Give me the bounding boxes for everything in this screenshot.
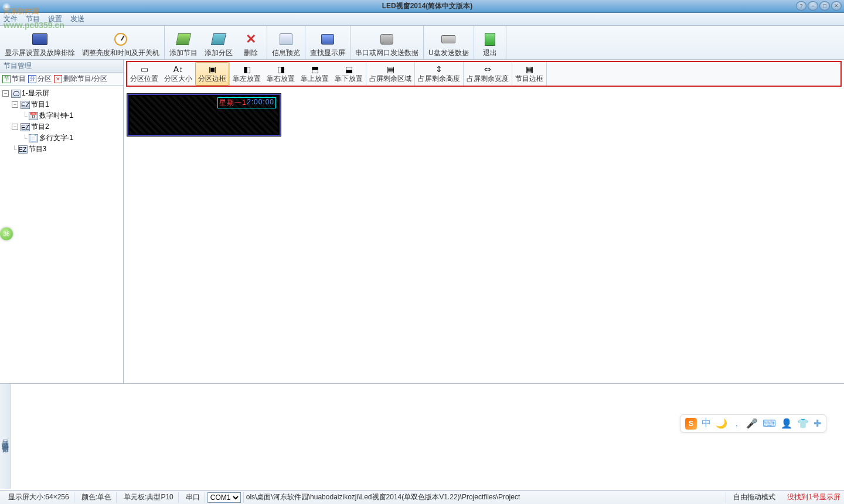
help-button[interactable]: ? xyxy=(796,1,806,11)
tree-toggle-icon[interactable]: − xyxy=(12,124,18,130)
tree-node[interactable]: −EZ节目2 xyxy=(1,121,122,132)
sec-btn-7[interactable]: ▤占屏剩余区域 xyxy=(366,62,414,86)
sec-icon: ▣ xyxy=(207,64,217,74)
sec-btn-1[interactable]: A↕分区大小 xyxy=(161,62,195,86)
ime-logo-icon: S xyxy=(685,418,697,430)
program-icon: 节 xyxy=(2,75,11,83)
ime-punct-icon[interactable]: ， xyxy=(732,417,741,430)
sec-btn-5[interactable]: ⬒靠上放置 xyxy=(298,62,332,86)
toolbar-add-partition[interactable]: 添加分区 xyxy=(201,26,236,59)
menu-file[interactable]: 文件 xyxy=(4,14,18,24)
menu-send[interactable]: 发送 xyxy=(70,14,84,24)
ime-tool-icon[interactable]: ✚ xyxy=(814,418,821,429)
delete-icon: ✕ xyxy=(243,31,259,47)
sec-icon: ⇕ xyxy=(434,64,444,74)
sec-btn-10[interactable]: ▦节目边框 xyxy=(512,62,546,86)
com-port-select[interactable]: COM1 xyxy=(207,492,241,503)
toolbar-brightness-time[interactable]: 调整亮度和时间及开关机 xyxy=(79,26,163,59)
menu-program[interactable]: 节目 xyxy=(26,14,40,24)
sec-btn-2[interactable]: ▣分区边框 xyxy=(195,62,229,86)
sec-btn-6[interactable]: ⬓靠下放置 xyxy=(332,62,366,86)
ime-toolbar[interactable]: S 中 🌙 ， 🎤 ⌨ 👤 👕 ✚ xyxy=(680,414,826,433)
menubar: 文件 节目 设置 发送 xyxy=(0,13,844,26)
window-title: LED视窗2014(简体中文版本) xyxy=(13,1,842,11)
ime-moon-icon[interactable]: 🌙 xyxy=(716,418,727,429)
exit-icon xyxy=(482,31,498,47)
right-panel: ▭分区位置A↕分区大小▣分区边框◧靠左放置◨靠右放置⬒靠上放置⬓靠下放置▤占屏剩… xyxy=(124,60,844,383)
tree-node[interactable]: └📄多行文字-1 xyxy=(1,132,122,144)
toolbar-exit[interactable]: 退出 xyxy=(475,26,505,59)
preview-canvas[interactable]: 星期一12:00:00 xyxy=(124,90,844,383)
toolbar-add-program[interactable]: 添加节目 xyxy=(166,26,201,59)
clock-zone[interactable]: 星期一12:00:00 xyxy=(217,97,276,108)
toolbar-usb-send[interactable]: U盘发送数据 xyxy=(425,26,472,59)
titlebar: LED视窗2014(简体中文版本) ? − □ ✕ xyxy=(0,0,844,13)
add-partition-icon xyxy=(210,31,227,47)
usb-icon xyxy=(440,31,457,47)
monitor-icon xyxy=(319,31,336,47)
status-error: 没找到1号显示屏 xyxy=(782,492,840,502)
sec-icon: ⬓ xyxy=(343,64,354,74)
tree-node[interactable]: −EZ节目1 xyxy=(1,99,122,110)
node-icon: 🖵 xyxy=(11,90,21,98)
node-icon: 📄 xyxy=(29,134,38,142)
sec-btn-3[interactable]: ◧靠左放置 xyxy=(230,62,264,86)
toolbar-serial-send[interactable]: 串口或网口发送数据 xyxy=(352,26,422,59)
tree-btn-partition[interactable]: 分 分区 xyxy=(28,74,52,84)
network-icon xyxy=(379,31,395,47)
preview-icon xyxy=(278,31,294,47)
partition-icon: 分 xyxy=(28,75,36,83)
tree-node[interactable]: −🖵1-显示屏 xyxy=(1,88,122,99)
ime-keyboard-icon[interactable]: ⌨ xyxy=(763,418,776,429)
node-icon: EZ xyxy=(21,101,30,109)
sec-label: 占屏剩余区域 xyxy=(369,74,411,84)
sec-label: 节目边框 xyxy=(515,74,543,84)
left-panel: 节目管理 节 节目 分 分区 ✕ 删除节目/分区 −🖵1-显示屏−EZ节目1└📅… xyxy=(0,60,124,383)
add-program-icon xyxy=(175,31,192,47)
sec-btn-0[interactable]: ▭分区位置 xyxy=(127,62,161,86)
app-icon xyxy=(2,2,11,11)
toolbar-find-screen[interactable]: 查找显示屏 xyxy=(307,26,349,59)
status-color: 颜色:单色 xyxy=(77,492,117,503)
tree-node[interactable]: └📅数字时钟-1 xyxy=(1,110,122,121)
tree-btn-program[interactable]: 节 节目 xyxy=(2,74,26,84)
ime-user-icon[interactable]: 👤 xyxy=(781,418,792,429)
node-icon: 📅 xyxy=(29,112,38,120)
properties-tab[interactable]: 属性编辑窗体 xyxy=(0,384,11,489)
ime-mic-icon[interactable]: 🎤 xyxy=(746,418,758,429)
minimize-button[interactable]: − xyxy=(808,1,818,11)
node-label: 节目3 xyxy=(29,144,47,154)
sec-label: 分区位置 xyxy=(130,74,158,84)
node-label: 多行文字-1 xyxy=(39,133,74,143)
close-button[interactable]: ✕ xyxy=(831,1,842,11)
tree-toggle-icon[interactable]: − xyxy=(2,90,9,97)
sec-btn-8[interactable]: ⇕占屏剩余高度 xyxy=(415,62,463,86)
sec-icon: ▭ xyxy=(139,64,149,74)
sec-btn-4[interactable]: ◨靠右放置 xyxy=(264,62,298,86)
node-icon: EZ xyxy=(18,145,28,154)
tree-btn-delete[interactable]: ✕ 删除节目/分区 xyxy=(54,74,107,84)
toolbar-screen-settings[interactable]: 显示屏设置及故障排除 xyxy=(1,26,79,59)
node-label: 节目1 xyxy=(31,100,49,110)
ime-skin-icon[interactable]: 👕 xyxy=(797,418,809,429)
properties-panel: 属性编辑窗体 S 中 🌙 ， 🎤 ⌨ 👤 👕 ✚ xyxy=(0,383,844,489)
toolbar-preview[interactable]: 信息预览 xyxy=(268,26,304,59)
status-path: ols\桌面\河东软件园\huabodaizikozji\Led视窗2014(单… xyxy=(243,492,727,503)
statusbar: 显示屏大小:64×256 颜色:单色 单元板:典型P10 串口 COM1 ols… xyxy=(0,490,844,504)
tree-toolbar: 节 节目 分 分区 ✕ 删除节目/分区 xyxy=(0,73,123,86)
menu-settings[interactable]: 设置 xyxy=(48,14,62,24)
node-icon: EZ xyxy=(21,123,30,131)
sec-label: 靠右放置 xyxy=(267,74,295,84)
status-mode: 自由拖动模式 xyxy=(729,492,780,503)
program-tree[interactable]: −🖵1-显示屏−EZ节目1└📅数字时钟-1−EZ节目2└📄多行文字-1└EZ节目… xyxy=(0,86,123,383)
toolbar-delete[interactable]: ✕ 删除 xyxy=(236,26,266,59)
maximize-button[interactable]: □ xyxy=(819,1,830,11)
sec-label: 分区大小 xyxy=(164,74,192,84)
tree-node[interactable]: └EZ节目3 xyxy=(1,144,122,155)
led-screen-preview[interactable]: 星期一12:00:00 xyxy=(127,94,281,136)
tree-toggle-icon[interactable]: − xyxy=(12,101,18,108)
ime-lang[interactable]: 中 xyxy=(702,417,711,430)
content: 节目管理 节 节目 分 分区 ✕ 删除节目/分区 −🖵1-显示屏−EZ节目1└📅… xyxy=(0,60,844,383)
sec-label: 靠上放置 xyxy=(301,74,329,84)
sec-btn-9[interactable]: ⇔占屏剩余宽度 xyxy=(464,62,512,86)
